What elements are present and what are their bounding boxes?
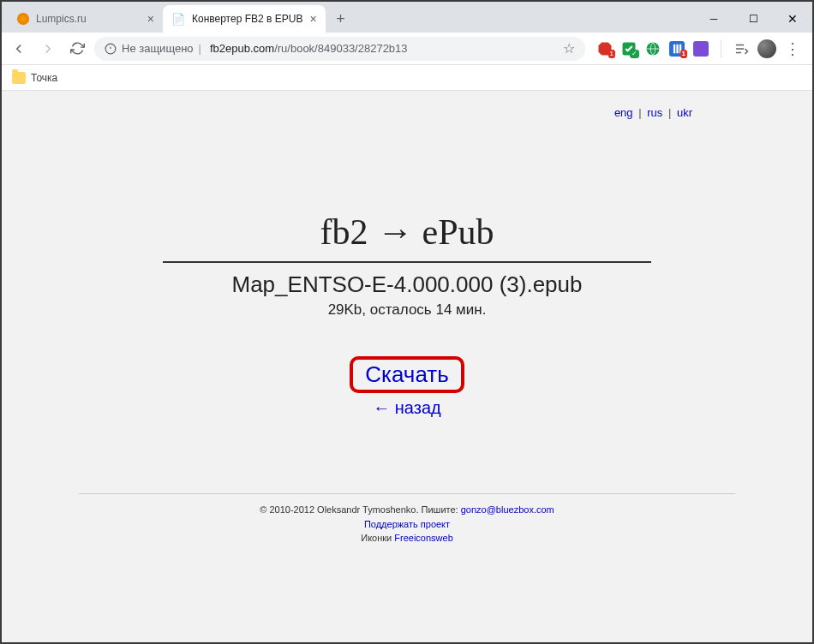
address-bar[interactable]: Не защищено | fb2epub.com/ru/book/849033… (94, 37, 585, 61)
footer-icons-link[interactable]: Freeiconsweb (394, 533, 452, 543)
back-link[interactable]: ← назад (163, 398, 651, 418)
tab-lumpics[interactable]: Lumpics.ru × (9, 5, 163, 33)
page-content: eng | rus | ukr fb2 → ePub Map_ENTSO-E-4… (2, 91, 812, 642)
folder-icon (12, 72, 26, 84)
badge: ✓ (630, 50, 639, 58)
svg-rect-6 (673, 44, 675, 53)
main-block: fb2 → ePub Map_ENTSO-E-4.000.000 (3).epu… (163, 212, 651, 418)
separator: | (668, 106, 671, 119)
extension-globe-icon[interactable] (645, 41, 661, 57)
close-window-button[interactable]: ✕ (773, 5, 812, 33)
close-icon[interactable]: × (309, 12, 316, 26)
url-text: fb2epub.com/ru/book/849033/28272b13 (210, 42, 408, 55)
extension-purple-icon[interactable] (693, 41, 709, 57)
footer-icons-label: Иконки (361, 533, 394, 543)
extension-adblock-icon[interactable]: 1 (597, 41, 613, 57)
page-title: fb2 → ePub (163, 212, 651, 263)
separator (721, 40, 721, 57)
lang-eng[interactable]: eng (614, 106, 633, 119)
bookmarks-bar: Точка (2, 65, 812, 91)
profile-avatar[interactable] (757, 39, 776, 58)
close-icon[interactable]: × (147, 12, 154, 26)
footer-copyright: © 2010-2012 Oleksandr Tymoshenko. Пишите… (260, 504, 460, 515)
browser-toolbar: Не защищено | fb2epub.com/ru/book/849033… (2, 33, 812, 65)
back-button[interactable] (7, 37, 31, 61)
fileinfo-label: 29Kb, осталось 14 мин. (163, 301, 651, 319)
security-label: Не защищено (122, 42, 194, 55)
tab-title: Конвертер FB2 в EPUB (192, 13, 302, 25)
footer-divider (79, 493, 735, 494)
tab-fb2epub[interactable]: 📄 Конвертер FB2 в EPUB × (163, 5, 326, 33)
download-button[interactable]: Скачать (350, 356, 464, 393)
extension-check-icon[interactable]: ✓ (621, 41, 637, 57)
badge: 1 (608, 50, 615, 58)
footer-email-link[interactable]: gonzo@bluezbox.com (461, 504, 554, 515)
extension-b-icon[interactable]: 1 (669, 41, 685, 57)
favicon-lumpics (17, 13, 29, 25)
maximize-button[interactable]: ☐ (733, 5, 773, 33)
reload-button[interactable] (65, 37, 89, 61)
separator: | (638, 106, 641, 119)
new-tab-button[interactable]: + (329, 7, 353, 31)
footer: © 2010-2012 Oleksandr Tymoshenko. Пишите… (2, 503, 812, 546)
lang-ukr[interactable]: ukr (677, 106, 692, 119)
browser-titlebar: Lumpics.ru × 📄 Конвертер FB2 в EPUB × + … (2, 2, 812, 33)
reading-list-icon[interactable] (733, 41, 749, 57)
extensions-area: 1 ✓ 1 ⋮ (590, 39, 807, 58)
minimize-button[interactable]: ─ (694, 5, 733, 33)
menu-icon[interactable]: ⋮ (785, 41, 800, 57)
lang-rus[interactable]: rus (647, 106, 662, 119)
language-switcher: eng | rus | ukr (2, 91, 812, 119)
svg-rect-7 (676, 44, 678, 53)
footer-support-link[interactable]: Поддержать проект (364, 519, 450, 529)
badge: 1 (680, 50, 687, 58)
filename-label: Map_ENTSO-E-4.000.000 (3).epub (163, 271, 651, 298)
favicon-fb2epub: 📄 (171, 12, 185, 26)
window-controls: ─ ☐ ✕ (694, 5, 812, 33)
bookmark-item[interactable]: Точка (31, 72, 57, 84)
security-indicator[interactable]: Не защищено | (105, 42, 201, 55)
bookmark-star-icon[interactable]: ☆ (563, 40, 575, 57)
tab-title: Lumpics.ru (36, 13, 141, 25)
forward-button[interactable] (36, 37, 60, 61)
